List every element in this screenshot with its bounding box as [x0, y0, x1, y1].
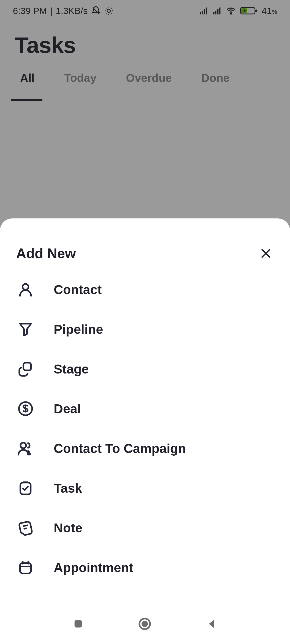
close-button[interactable]	[258, 245, 274, 261]
svg-point-21	[142, 621, 148, 627]
person-icon	[16, 280, 35, 299]
calendar-icon	[16, 558, 35, 577]
menu-label: Deal	[54, 401, 81, 416]
menu-item-deal[interactable]: Deal	[16, 399, 274, 418]
clipboard-check-icon	[16, 479, 35, 497]
menu-label: Note	[54, 521, 82, 535]
svg-rect-19	[75, 620, 82, 628]
stack-icon	[16, 360, 35, 378]
close-icon	[259, 247, 272, 260]
dollar-icon	[16, 399, 35, 418]
svg-rect-14	[23, 363, 31, 370]
add-new-sheet: Add New Contact	[0, 218, 290, 644]
svg-rect-18	[20, 563, 31, 573]
nav-recent-button[interactable]	[72, 618, 84, 630]
menu-label: Contact To Campaign	[54, 441, 186, 456]
svg-point-16	[20, 443, 26, 448]
menu-label: Contact	[54, 282, 102, 297]
menu-item-contact-campaign[interactable]: Contact To Campaign	[16, 439, 274, 458]
menu-label: Task	[54, 481, 82, 496]
svg-point-13	[23, 284, 28, 290]
menu-item-note[interactable]: Note	[16, 518, 274, 537]
note-icon	[16, 518, 35, 537]
menu-item-pipeline[interactable]: Pipeline	[16, 320, 274, 339]
menu-item-contact[interactable]: Contact	[16, 280, 274, 299]
menu-label: Pipeline	[54, 322, 103, 337]
people-icon	[16, 439, 35, 458]
sheet-title: Add New	[16, 245, 76, 261]
menu-item-stage[interactable]: Stage	[16, 360, 274, 378]
menu-label: Appointment	[54, 560, 133, 575]
funnel-icon	[16, 320, 35, 339]
menu-item-task[interactable]: Task	[16, 479, 274, 497]
nav-back-button[interactable]	[205, 617, 218, 630]
android-nav-bar	[0, 604, 290, 644]
menu-label: Stage	[54, 362, 89, 376]
menu-item-appointment[interactable]: Appointment	[16, 558, 274, 577]
nav-home-button[interactable]	[137, 616, 152, 631]
